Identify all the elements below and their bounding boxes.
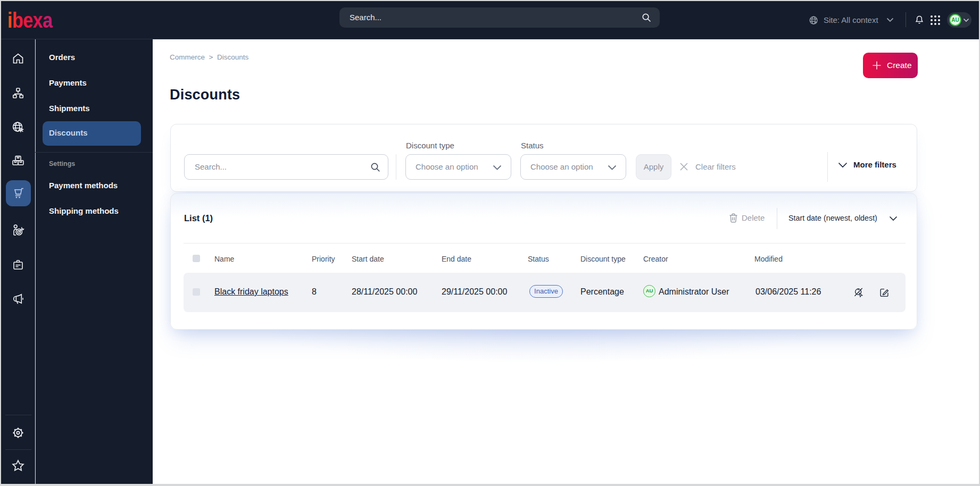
svg-text:ibexa: ibexa — [7, 8, 53, 31]
